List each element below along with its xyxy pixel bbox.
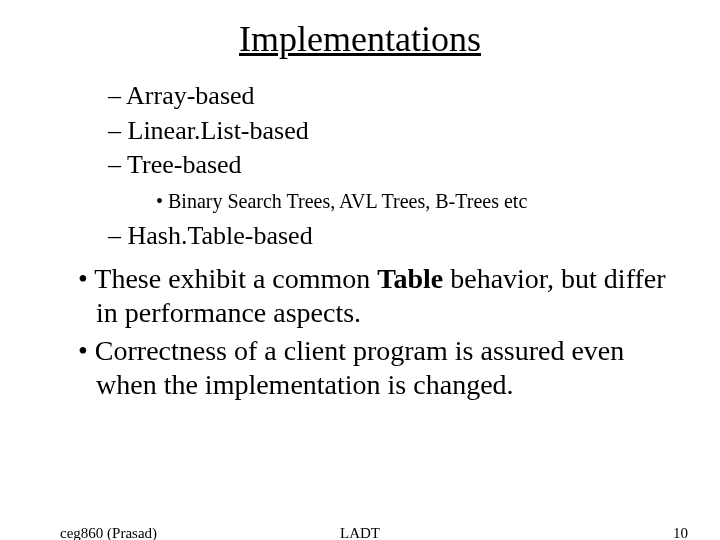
main-bullet-correctness: Correctness of a client program is assur… — [78, 334, 680, 402]
footer-left: ceg860 (Prasad) — [60, 525, 157, 540]
dash-list-bottom: Hash.Table-based — [108, 220, 680, 253]
sub-bullet-list: Binary Search Trees, AVL Trees, B-Trees … — [156, 188, 680, 214]
slide-content: Array-based Linear.List-based Tree-based… — [0, 80, 720, 403]
slide-footer: ceg860 (Prasad) LADT 10 — [0, 525, 720, 540]
footer-center: LADT — [340, 525, 380, 540]
slide-title: Implementations — [0, 18, 720, 60]
main-bullet-common-table: These exhibit a common Table behavior, b… — [78, 262, 680, 330]
dash-item-hashtable: Hash.Table-based — [108, 220, 680, 253]
slide: Implementations Array-based Linear.List-… — [0, 18, 720, 540]
dash-list-top: Array-based Linear.List-based Tree-based — [108, 80, 680, 182]
bullet1-pre: These exhibit a common — [94, 263, 377, 294]
footer-page-number: 10 — [673, 525, 688, 540]
dash-item-linearlist: Linear.List-based — [108, 115, 680, 148]
sub-bullet-bst: Binary Search Trees, AVL Trees, B-Trees … — [156, 188, 680, 214]
dash-item-tree: Tree-based — [108, 149, 680, 182]
dash-item-array: Array-based — [108, 80, 680, 113]
bullet1-bold: Table — [377, 263, 443, 294]
main-bullet-list: These exhibit a common Table behavior, b… — [60, 262, 680, 403]
